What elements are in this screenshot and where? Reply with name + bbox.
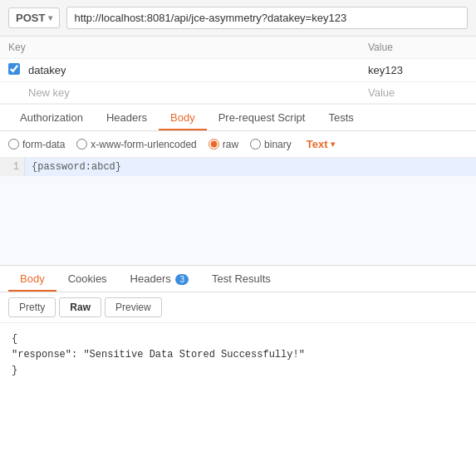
tab-tests-label: Tests <box>328 111 353 124</box>
tab-body-label: Body <box>170 111 195 124</box>
tab-tests[interactable]: Tests <box>317 105 365 130</box>
param-key: datakey <box>28 64 368 76</box>
resp-tab-headers[interactable]: Headers 3 <box>119 266 200 292</box>
new-param-row: New key Value <box>0 82 476 104</box>
fmt-tab-preview-label: Preview <box>115 302 151 313</box>
fmt-tab-raw[interactable]: Raw <box>59 297 101 317</box>
binary-radio[interactable] <box>250 139 261 150</box>
urlencoded-radio[interactable] <box>76 139 87 150</box>
text-type-label: Text <box>307 138 328 150</box>
tab-headers-label: Headers <box>106 111 147 124</box>
raw-option[interactable]: raw <box>209 139 238 150</box>
text-type-dropdown[interactable]: Text ▾ <box>307 138 335 150</box>
form-data-label: form-data <box>22 139 65 150</box>
response-body: { "response": "Sensitive Data Stored Suc… <box>0 323 476 390</box>
method-label: POST <box>16 12 45 24</box>
code-line: 1 {password:abcd} <box>0 158 476 176</box>
binary-label: binary <box>264 139 292 150</box>
resp-tab-body[interactable]: Body <box>8 266 56 292</box>
value-column-header: Value <box>368 42 468 53</box>
resp-tab-test-results[interactable]: Test Results <box>200 266 282 292</box>
fmt-tab-raw-label: Raw <box>70 302 91 313</box>
tab-pre-request[interactable]: Pre-request Script <box>207 105 317 130</box>
method-chevron-icon: ▾ <box>48 13 52 22</box>
binary-option[interactable]: binary <box>250 139 292 150</box>
new-param-value-placeholder[interactable]: Value <box>368 86 468 99</box>
tab-authorization-label: Authorization <box>20 111 83 124</box>
resp-tab-body-label: Body <box>20 272 45 285</box>
line-content[interactable]: {password:abcd} <box>25 158 476 176</box>
text-type-chevron-icon: ▾ <box>331 140 335 149</box>
fmt-tab-pretty-label: Pretty <box>19 302 45 313</box>
urlencoded-option[interactable]: x-www-form-urlencoded <box>76 139 196 150</box>
response-tabs-row: Body Cookies Headers 3 Test Results <box>0 266 476 292</box>
response-line-1: { <box>12 331 464 347</box>
resp-tab-headers-label: Headers <box>130 272 171 285</box>
raw-radio[interactable] <box>209 139 219 150</box>
tab-headers[interactable]: Headers <box>95 105 159 130</box>
key-column-header: Key <box>8 42 368 53</box>
top-bar: POST ▾ <box>0 0 476 37</box>
fmt-tab-pretty[interactable]: Pretty <box>8 297 56 317</box>
resp-tab-cookies[interactable]: Cookies <box>56 266 119 292</box>
form-data-option[interactable]: form-data <box>8 139 65 150</box>
resp-tab-cookies-label: Cookies <box>68 272 107 285</box>
urlencoded-label: x-www-form-urlencoded <box>91 139 196 150</box>
param-checkbox-area[interactable] <box>8 63 28 77</box>
body-options: form-data x-www-form-urlencoded raw bina… <box>0 131 476 158</box>
new-param-key-placeholder[interactable]: New key <box>28 86 368 99</box>
fmt-tab-preview[interactable]: Preview <box>105 297 162 317</box>
param-value: key123 <box>368 64 468 76</box>
code-editor[interactable]: 1 {password:abcd} <box>0 158 476 266</box>
response-line-3: } <box>12 363 464 379</box>
response-section: Body Cookies Headers 3 Test Results Pret… <box>0 266 476 390</box>
param-row: datakey key123 <box>0 59 476 82</box>
form-data-radio[interactable] <box>8 139 19 150</box>
format-tabs: Pretty Raw Preview <box>0 292 476 323</box>
resp-tab-test-results-label: Test Results <box>212 272 271 285</box>
tab-body[interactable]: Body <box>159 105 207 130</box>
method-dropdown[interactable]: POST ▾ <box>8 7 60 28</box>
tab-pre-request-label: Pre-request Script <box>218 111 306 124</box>
param-checkbox[interactable] <box>8 63 20 75</box>
raw-label: raw <box>223 139 238 150</box>
url-input[interactable] <box>66 7 468 29</box>
response-line-2: "response": "Sensitive Data Stored Succe… <box>12 347 464 363</box>
tab-authorization[interactable]: Authorization <box>8 105 95 130</box>
params-header: Key Value <box>0 37 476 59</box>
request-tabs: Authorization Headers Body Pre-request S… <box>0 105 476 131</box>
line-number: 1 <box>0 158 25 176</box>
params-section: Key Value datakey key123 New key Value <box>0 37 476 105</box>
headers-badge: 3 <box>175 274 189 285</box>
